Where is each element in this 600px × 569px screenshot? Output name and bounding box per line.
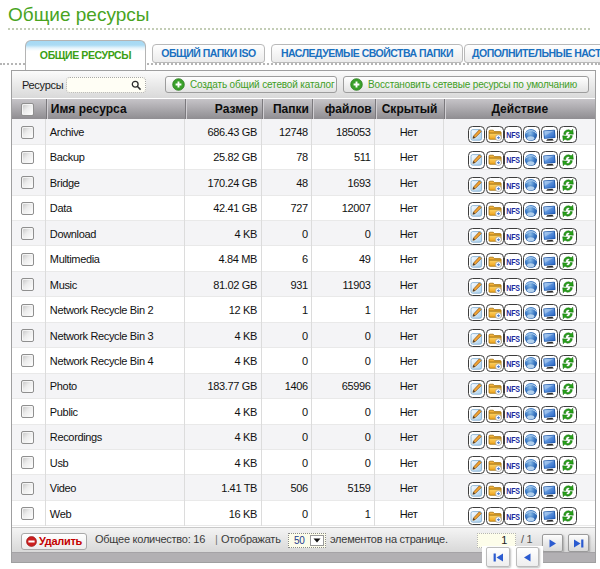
svg-text:NFS: NFS: [506, 511, 519, 522]
svg-text:NFS: NFS: [506, 256, 519, 267]
svg-text:NFS: NFS: [506, 231, 519, 242]
svg-text:NFS: NFS: [506, 384, 519, 395]
svg-text:NFS: NFS: [506, 282, 519, 293]
svg-text:NFS: NFS: [506, 307, 519, 318]
svg-text:NFS: NFS: [506, 460, 519, 471]
svg-text:NFS: NFS: [506, 129, 519, 140]
svg-text:NFS: NFS: [506, 206, 519, 217]
svg-text:NFS: NFS: [506, 333, 519, 344]
svg-text:NFS: NFS: [506, 434, 519, 445]
svg-text:NFS: NFS: [506, 485, 519, 496]
svg-text:NFS: NFS: [506, 409, 519, 420]
svg-text:NFS: NFS: [506, 155, 519, 166]
svg-text:NFS: NFS: [506, 358, 519, 369]
svg-text:NFS: NFS: [506, 180, 519, 191]
